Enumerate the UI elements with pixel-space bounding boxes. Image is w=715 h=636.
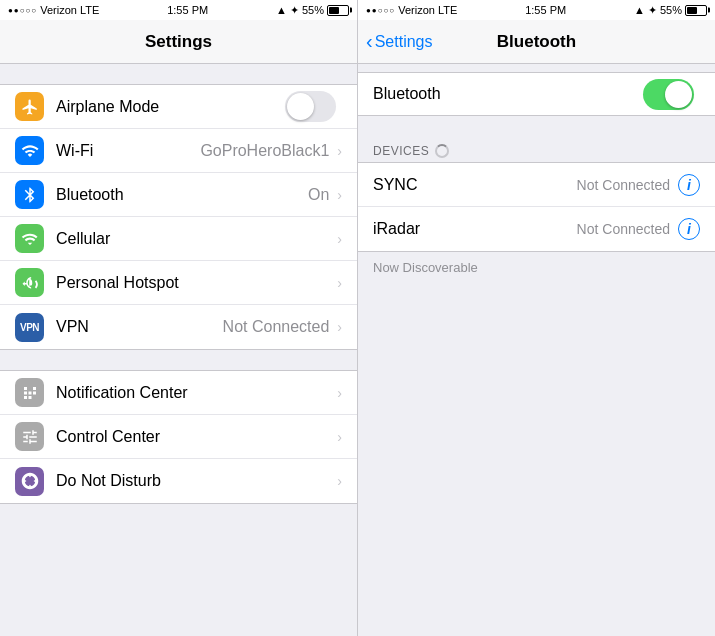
hotspot-icon <box>15 268 44 297</box>
right-nav-title: Bluetooth <box>497 32 576 52</box>
bt-devices-group: SYNC Not Connected i iRadar Not Connecte… <box>358 162 715 252</box>
dnd-row[interactable]: Do Not Disturb › <box>0 459 357 503</box>
right-panel: ‹ Settings Bluetooth Bluetooth DEVICES <box>358 20 715 636</box>
discoverable-label: Now Discoverable <box>373 260 478 275</box>
right-carrier: Verizon <box>398 4 435 16</box>
left-network: LTE <box>80 4 99 16</box>
left-panel: Settings Airplane Mode <box>0 20 358 636</box>
iradar-device-status: Not Connected <box>577 221 670 237</box>
iradar-info-icon: i <box>687 221 691 237</box>
cellular-row[interactable]: Cellular › <box>0 217 357 261</box>
right-network: LTE <box>438 4 457 16</box>
notifications-section: Notification Center › Control Center › <box>0 370 357 504</box>
dnd-svg <box>21 472 39 490</box>
back-chevron-icon: ‹ <box>366 30 373 53</box>
vpn-text: VPN <box>20 322 39 333</box>
hotspot-row[interactable]: Personal Hotspot › <box>0 261 357 305</box>
left-time: 1:55 PM <box>167 4 208 16</box>
right-location-icon: ▲ <box>634 4 645 16</box>
vpn-value: Not Connected <box>223 318 330 336</box>
devices-header-label: DEVICES <box>373 144 429 158</box>
left-nav-title: Settings <box>145 32 212 52</box>
iradar-device-row[interactable]: iRadar Not Connected i <box>358 207 715 251</box>
iradar-info-button[interactable]: i <box>678 218 700 240</box>
status-bars: ●●○○○ Verizon LTE 1:55 PM ▲ ✦ 55% ●●○○○ … <box>0 0 715 20</box>
right-nav-bar: ‹ Settings Bluetooth <box>358 20 715 64</box>
back-label: Settings <box>375 33 433 51</box>
airplane-icon <box>15 92 44 121</box>
airplane-toggle-knob <box>287 93 314 120</box>
right-time: 1:55 PM <box>525 4 566 16</box>
notification-center-icon <box>15 378 44 407</box>
bluetooth-toggle-label: Bluetooth <box>373 85 643 103</box>
wifi-label: Wi-Fi <box>56 142 200 160</box>
airplane-toggle[interactable] <box>285 91 336 122</box>
hotspot-label: Personal Hotspot <box>56 274 335 292</box>
airplane-row[interactable]: Airplane Mode <box>0 85 357 129</box>
bluetooth-label: Bluetooth <box>56 186 308 204</box>
notifications-group: Notification Center › Control Center › <box>0 370 357 504</box>
right-right-area: ▲ ✦ 55% <box>634 4 707 17</box>
left-signal-area: ●●○○○ Verizon LTE <box>8 4 99 16</box>
wifi-icon <box>15 136 44 165</box>
back-button[interactable]: ‹ Settings <box>366 31 432 53</box>
network-group: Airplane Mode Wi-Fi GoProHeroBlack1 › <box>0 84 357 350</box>
left-bluetooth-icon: ✦ <box>290 4 299 17</box>
loading-spinner <box>435 144 449 158</box>
hotspot-chevron: › <box>337 275 342 291</box>
left-battery-icon <box>327 5 349 16</box>
left-carrier: Verizon <box>40 4 77 16</box>
vpn-row[interactable]: VPN VPN Not Connected › <box>0 305 357 349</box>
control-center-chevron: › <box>337 429 342 445</box>
bluetooth-toggle-switch[interactable] <box>643 79 694 110</box>
left-battery-fill <box>329 7 339 14</box>
network-section: Airplane Mode Wi-Fi GoProHeroBlack1 › <box>0 84 357 350</box>
location-icon: ▲ <box>276 4 287 16</box>
right-signal-dots: ●●○○○ <box>366 6 395 15</box>
cellular-label: Cellular <box>56 230 335 248</box>
cellular-chevron: › <box>337 231 342 247</box>
right-signal-area: ●●○○○ Verizon LTE <box>366 4 457 16</box>
wifi-row[interactable]: Wi-Fi GoProHeroBlack1 › <box>0 129 357 173</box>
bluetooth-icon <box>15 180 44 209</box>
bluetooth-toggle-knob <box>665 81 692 108</box>
devices-header: DEVICES <box>358 136 715 162</box>
cellular-icon <box>15 224 44 253</box>
cellular-svg <box>21 230 39 248</box>
bluetooth-toggle-row[interactable]: Bluetooth <box>358 72 715 116</box>
airplane-label: Airplane Mode <box>56 98 285 116</box>
control-svg <box>21 428 39 446</box>
right-battery-pct: 55% <box>660 4 682 16</box>
right-battery-icon <box>685 5 707 16</box>
bluetooth-content: Bluetooth DEVICES SYNC Not Connected i <box>358 64 715 636</box>
bluetooth-svg <box>21 186 39 204</box>
notification-svg <box>21 384 39 402</box>
left-right-area: ▲ ✦ 55% <box>276 4 349 17</box>
dnd-icon <box>15 467 44 496</box>
bluetooth-row[interactable]: Bluetooth On › <box>0 173 357 217</box>
right-status-bar: ●●○○○ Verizon LTE 1:55 PM ▲ ✦ 55% <box>357 0 715 20</box>
wifi-chevron: › <box>337 143 342 159</box>
bluetooth-chevron: › <box>337 187 342 203</box>
right-battery-fill <box>687 7 697 14</box>
sync-info-button[interactable]: i <box>678 174 700 196</box>
left-status-bar: ●●○○○ Verizon LTE 1:55 PM ▲ ✦ 55% <box>0 0 357 20</box>
left-signal-dots: ●●○○○ <box>8 6 37 15</box>
panels: Settings Airplane Mode <box>0 20 715 636</box>
right-bluetooth-icon: ✦ <box>648 4 657 17</box>
notification-center-row[interactable]: Notification Center › <box>0 371 357 415</box>
sync-info-icon: i <box>687 177 691 193</box>
dnd-chevron: › <box>337 473 342 489</box>
control-center-icon <box>15 422 44 451</box>
sync-device-row[interactable]: SYNC Not Connected i <box>358 163 715 207</box>
airplane-svg <box>21 98 39 116</box>
vpn-label: VPN <box>56 318 223 336</box>
bluetooth-value: On <box>308 186 329 204</box>
sync-device-status: Not Connected <box>577 177 670 193</box>
dnd-label: Do Not Disturb <box>56 472 335 490</box>
vpn-chevron: › <box>337 319 342 335</box>
control-center-row[interactable]: Control Center › <box>0 415 357 459</box>
left-nav-bar: Settings <box>0 20 357 64</box>
sync-device-name: SYNC <box>373 176 577 194</box>
wifi-svg <box>21 142 39 160</box>
